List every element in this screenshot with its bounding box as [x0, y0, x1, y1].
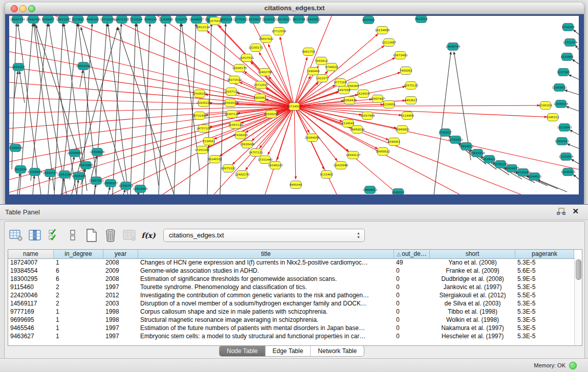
graph-node[interactable]: 20812114	[195, 24, 210, 31]
graph-node[interactable]: 15057964	[360, 112, 375, 120]
graph-node[interactable]: 8599421	[483, 156, 496, 163]
graph-node[interactable]: 8320917	[249, 16, 262, 24]
table-cell[interactable]: 6	[54, 275, 103, 283]
graph-node[interactable]: 1046312	[547, 114, 559, 121]
scrollbar-thumb[interactable]	[576, 259, 581, 280]
graph-node[interactable]: 19367120	[225, 111, 239, 118]
column-header-pagerank[interactable]: pagerank	[515, 250, 574, 258]
graph-node[interactable]: 10244515	[527, 173, 542, 181]
table-settings-icon[interactable]	[9, 228, 23, 243]
table-cell[interactable]: 1	[54, 308, 103, 316]
graph-node[interactable]: 15955812	[306, 16, 320, 24]
graph-node[interactable]: 22420046	[334, 162, 349, 169]
graph-node[interactable]: 15048957	[189, 16, 204, 24]
graph-node[interactable]: 13267112	[224, 88, 238, 96]
graph-node[interactable]: 10653267	[56, 16, 71, 24]
graph-node[interactable]: 19384554	[305, 134, 320, 142]
tab-node-table[interactable]: Node Table	[220, 346, 266, 356]
column-header-in_degree[interactable]: in_degree	[54, 250, 103, 258]
graph-node[interactable]: 16575821	[276, 16, 291, 24]
table-cell[interactable]: 18724007	[8, 258, 54, 267]
graph-node[interactable]: 12444158	[554, 100, 569, 108]
graph-node[interactable]: 1624554	[357, 90, 370, 98]
graph-node[interactable]: 16346220	[268, 162, 283, 169]
table-row[interactable]: 1830029562008Estimation of significance …	[8, 275, 575, 283]
graph-node[interactable]: 15751074	[563, 39, 578, 47]
graph-node[interactable]: 7515524	[130, 16, 143, 24]
table-cell[interactable]: 1998	[103, 308, 138, 316]
close-icon[interactable]: ✕	[572, 207, 579, 216]
graph-node[interactable]: 6466160	[86, 16, 99, 24]
graph-node[interactable]: 3915034	[14, 166, 27, 173]
table-row[interactable]: 977716911998Corpus callosum shape and si…	[8, 308, 575, 316]
graph-node[interactable]: 11451194	[57, 171, 72, 179]
graph-node[interactable]: 16210643	[557, 124, 572, 132]
graph-node[interactable]: 2687682	[362, 16, 375, 24]
network-graph[interactable]: 1405572420691406830945710653267152760264…	[9, 16, 579, 194]
graph-node[interactable]: 1990448	[307, 68, 320, 75]
table-cell[interactable]: 1997	[103, 324, 138, 332]
table-cell[interactable]: 2	[54, 291, 103, 299]
graph-node[interactable]: 12482270	[235, 171, 250, 179]
table-cell[interactable]: Yano et al. (2008)	[430, 258, 515, 267]
table-cell[interactable]: 0	[394, 324, 430, 332]
function-builder-icon[interactable]: f(x)	[141, 228, 156, 243]
table-cell[interactable]: 1	[54, 324, 103, 332]
table-cell[interactable]: 5.3E-5	[515, 316, 574, 324]
graph-node[interactable]: 20206956	[68, 149, 82, 157]
vertical-scrollbar[interactable]	[574, 258, 582, 345]
graph-node[interactable]: 14757102	[197, 125, 211, 133]
graph-node[interactable]: 11156869	[28, 168, 42, 176]
graph-node[interactable]: 17438102	[192, 90, 207, 98]
graph-node[interactable]: 30975887	[79, 162, 94, 169]
graph-node[interactable]: 18300295	[264, 111, 279, 118]
graph-node[interactable]: 10969951	[395, 126, 410, 134]
graph-node[interactable]: 9346234	[144, 16, 157, 24]
float-window-icon[interactable]	[557, 208, 565, 216]
graph-node[interactable]: 1527602	[72, 16, 84, 24]
graph-node[interactable]: 8096951	[388, 138, 401, 146]
graph-node[interactable]: 12775411	[233, 16, 248, 24]
table-cell[interactable]: 0	[394, 275, 430, 283]
table-cell[interactable]: Wolkin et al. (1998)	[430, 316, 515, 324]
graph-node[interactable]: 7485063	[400, 67, 412, 75]
table-cell[interactable]: 5.6E-5	[515, 267, 574, 275]
graph-node[interactable]: 16154808	[375, 27, 390, 34]
graph-node[interactable]: 14671358	[115, 16, 129, 24]
table-cell[interactable]: 49	[394, 258, 430, 267]
table-cell[interactable]: 18300295	[8, 275, 54, 283]
table-row[interactable]: 911546021997Tourette syndrome. Phenomeno…	[8, 283, 575, 291]
graph-node[interactable]: 12923448	[133, 185, 148, 193]
graph-node[interactable]: 12462766	[258, 69, 273, 76]
graph-node[interactable]: 10807487	[371, 95, 385, 103]
tab-network-table[interactable]: Network Table	[311, 346, 364, 356]
graph-node[interactable]: 10954022	[459, 143, 473, 150]
table-cell[interactable]: 0	[394, 283, 430, 291]
graph-node[interactable]: 9227343	[557, 69, 570, 76]
table-cell[interactable]: Nakamura et al. (1997)	[430, 324, 515, 332]
graph-node[interactable]: 11626151	[262, 16, 277, 24]
table-cell[interactable]: 1997	[103, 332, 138, 340]
table-cell[interactable]: Genome-wide association studies in ADHD.	[138, 267, 394, 275]
graph-node[interactable]: 13942737	[43, 169, 58, 177]
table-cell[interactable]: 1998	[103, 316, 138, 324]
table-cell[interactable]: Embryonic stem cells: a model to study s…	[138, 332, 394, 340]
graph-node[interactable]: 12975115	[404, 82, 419, 90]
table-row[interactable]: 946362711997Embryonic stem cells: a mode…	[8, 332, 575, 340]
graph-node[interactable]: 15367134	[228, 121, 243, 129]
table-cell[interactable]: 0	[394, 299, 430, 308]
graph-node[interactable]: 8813014	[415, 16, 428, 23]
graph-node[interactable]: 2053107	[12, 63, 25, 71]
table-cell[interactable]: Corpus callosum shape and size in male p…	[138, 308, 394, 316]
table-cell[interactable]: Structural magnetic resonance image aver…	[138, 316, 394, 324]
table-cell[interactable]: 0	[394, 267, 430, 275]
table-cell[interactable]: 5.3E-5	[515, 324, 574, 332]
table-cell[interactable]: 5.3E-5	[515, 308, 574, 316]
graph-node[interactable]: 9115460	[320, 171, 333, 179]
new-table-icon[interactable]	[84, 228, 99, 243]
graph-node[interactable]: 8309457	[42, 16, 55, 24]
graph-node[interactable]: 14569117	[346, 151, 361, 159]
table-cell[interactable]: 2	[54, 299, 103, 308]
table-cell[interactable]: 2008	[103, 275, 138, 283]
graph-node[interactable]: 13930415	[240, 141, 255, 148]
